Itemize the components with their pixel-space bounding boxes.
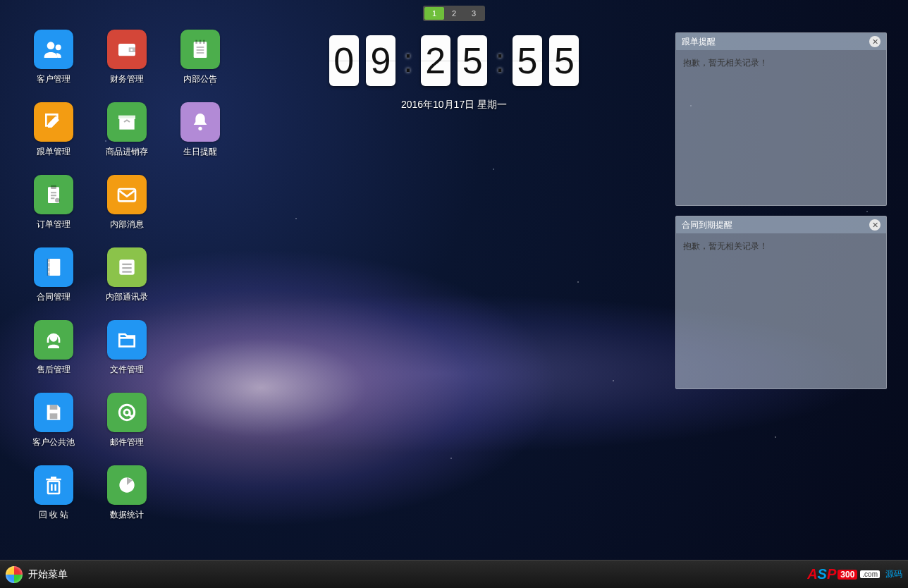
widget-title: 跟单提醒	[682, 33, 716, 50]
svg-point-31	[119, 405, 134, 419]
svg-rect-33	[48, 482, 59, 494]
pager-page-3[interactable]: 3	[464, 7, 484, 20]
desktop-icon-order-mgmt[interactable]: 订单管理	[24, 175, 83, 231]
pager-page-1[interactable]: 1	[424, 7, 444, 20]
start-label: 开始菜单	[28, 568, 68, 581]
pie-icon	[107, 465, 147, 505]
widget-title: 合同到期提醒	[682, 216, 732, 233]
desktop-icon-followup-mgmt[interactable]: 跟单管理	[24, 102, 83, 158]
icon-label: 售后管理	[24, 364, 83, 376]
clock-h1: 0	[329, 35, 359, 86]
desktop-icon-file-mgmt[interactable]: 文件管理	[97, 320, 157, 376]
desktop-icon-aftersales[interactable]: 售后管理	[24, 320, 83, 376]
desktop-icon-mail-mgmt[interactable]: 邮件管理	[97, 393, 157, 448]
save-icon	[34, 393, 73, 432]
brand-logo: ASP 300 .com 源码	[807, 566, 902, 582]
svg-rect-7	[200, 40, 202, 44]
svg-rect-27	[122, 271, 131, 272]
icon-label: 商品进销存	[97, 146, 157, 158]
icon-label: 合同管理	[24, 291, 83, 303]
icon-label: 跟单管理	[24, 146, 83, 158]
desktop: 123 客户管理财务管理内部公告跟单管理商品进销存生日提醒订单管理内部消息合同管…	[0, 0, 908, 588]
svg-point-1	[56, 44, 61, 50]
svg-point-21	[48, 262, 49, 263]
icon-label: 内部公告	[171, 73, 230, 85]
svg-rect-13	[118, 116, 135, 119]
desktop-icon-customer-pool[interactable]: 客户公共池	[24, 393, 83, 448]
close-icon[interactable]: ✕	[869, 219, 881, 231]
svg-point-0	[47, 42, 55, 49]
icon-label: 数据统计	[97, 509, 157, 521]
widget-header[interactable]: 跟单提醒✕	[676, 33, 886, 50]
icon-label: 回 收 站	[24, 509, 83, 521]
desktop-icon-finance-mgmt[interactable]: 财务管理	[97, 30, 157, 85]
desktop-icon-birthday[interactable]: 生日提醒	[171, 102, 230, 158]
trash-icon	[34, 465, 73, 505]
svg-point-23	[48, 271, 49, 273]
icon-label: 客户公共池	[24, 436, 83, 448]
svg-rect-25	[122, 264, 131, 265]
clock-s1: 5	[513, 35, 542, 86]
notepad-icon	[180, 30, 220, 69]
mail-icon	[107, 175, 147, 214]
desktop-icon-internal-msg[interactable]: 内部消息	[97, 175, 157, 231]
svg-rect-29	[50, 405, 58, 410]
icon-label: 客户管理	[24, 73, 83, 85]
svg-rect-30	[50, 413, 58, 419]
widget-body: 抱歉，暂无相关记录！	[676, 50, 886, 191]
clock-s2: 5	[549, 35, 579, 86]
clipboard-icon	[34, 175, 73, 214]
box-icon	[107, 102, 147, 142]
widget-follow-reminder: 跟单提醒✕抱歉，暂无相关记录！	[675, 32, 887, 206]
pager-page-2[interactable]: 2	[444, 7, 464, 20]
desktop-icon-contacts[interactable]: 内部通讯录	[97, 247, 157, 303]
start-orb-icon	[6, 566, 23, 583]
folder-icon	[107, 320, 147, 360]
desktop-icon-internal-announce[interactable]: 内部公告	[171, 30, 230, 85]
icon-label: 内部消息	[97, 219, 157, 231]
icon-label: 财务管理	[97, 73, 157, 85]
desktop-icon-inventory[interactable]: 商品进销存	[97, 102, 157, 158]
clock-colon: :	[496, 35, 505, 86]
clock-date: 2016年10月17日 星期一	[313, 99, 595, 111]
close-icon[interactable]: ✕	[869, 36, 881, 47]
clock-widget: 0 9 : 2 5 : 5 5 2016年10月17日 星期一	[313, 35, 595, 111]
icon-label: 邮件管理	[97, 436, 157, 448]
svg-point-17	[55, 198, 60, 203]
support-icon	[34, 320, 73, 360]
widget-header[interactable]: 合同到期提醒✕	[676, 216, 886, 233]
start-button[interactable]: 开始菜单	[6, 566, 68, 583]
clock-m1: 2	[421, 35, 450, 86]
icon-label: 订单管理	[24, 219, 83, 231]
svg-rect-11	[197, 52, 204, 54]
widget-contract-expire: 合同到期提醒✕抱歉，暂无相关记录！	[675, 216, 887, 389]
desktop-icon-stats[interactable]: 数据统计	[97, 465, 157, 521]
icon-label: 文件管理	[97, 364, 157, 376]
desktop-icon-recycle[interactable]: 回 收 站	[24, 465, 83, 521]
widget-body: 抱歉，暂无相关记录！	[676, 233, 886, 374]
desktop-icon-contract-mgmt[interactable]: 合同管理	[24, 247, 83, 303]
svg-rect-9	[197, 47, 204, 48]
desktop-icon-customer-mgmt[interactable]: 客户管理	[24, 30, 83, 85]
svg-rect-8	[203, 40, 205, 44]
clock-colon: :	[404, 35, 413, 86]
edit-icon	[34, 102, 73, 142]
bell-icon	[180, 102, 220, 142]
clock-m2: 5	[458, 35, 487, 86]
svg-point-22	[48, 267, 49, 268]
people-icon	[34, 30, 73, 69]
wallet-icon	[107, 30, 147, 69]
list-icon	[107, 247, 147, 287]
at-icon	[107, 393, 147, 432]
svg-rect-10	[197, 49, 204, 51]
svg-point-14	[198, 127, 202, 130]
svg-point-4	[130, 49, 133, 51]
svg-rect-26	[122, 267, 131, 269]
desktop-pager: 123	[423, 6, 485, 21]
svg-rect-6	[195, 40, 197, 44]
icon-label: 生日提醒	[171, 146, 230, 158]
book-icon	[34, 247, 73, 287]
clock-h2: 9	[366, 35, 395, 86]
svg-rect-18	[118, 189, 135, 201]
svg-rect-16	[51, 185, 56, 189]
